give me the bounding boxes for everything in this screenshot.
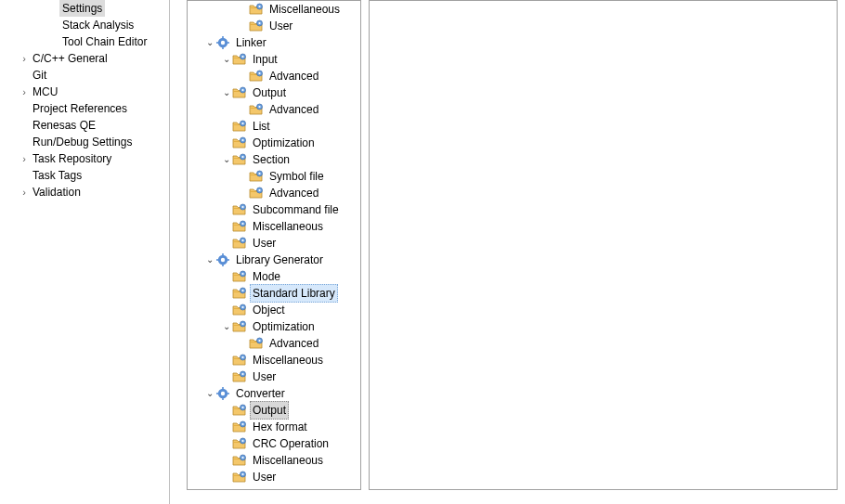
tree-item-label: Advanced — [266, 334, 321, 353]
tree-item[interactable]: ·Mode — [188, 268, 360, 285]
category-item[interactable]: ›C/C++ General — [0, 50, 169, 67]
category-item[interactable]: ·Project References — [0, 100, 169, 117]
no-arrow: · — [221, 302, 232, 318]
category-item[interactable]: ·Run/Debug Settings — [0, 134, 169, 150]
folder-icon — [249, 336, 264, 351]
category-item[interactable]: ›Validation — [0, 184, 169, 200]
category-item[interactable]: ›Task Repository — [0, 150, 169, 167]
tree-item-label: Input — [250, 50, 280, 69]
tree-item[interactable]: ⌄Section — [188, 151, 360, 168]
expand-arrow-icon: · — [48, 17, 59, 33]
no-arrow: · — [221, 402, 232, 419]
tree-item[interactable]: ·Hex format — [188, 419, 360, 435]
tree-item[interactable]: ·Advanced — [188, 68, 360, 84]
tree-item[interactable]: ·Standard Library — [188, 285, 360, 302]
folder-icon — [249, 19, 264, 33]
no-arrow: · — [221, 285, 232, 302]
collapse-arrow-icon[interactable]: ⌄ — [221, 151, 232, 168]
category-item[interactable]: ·Tool Chain Editor — [0, 33, 169, 50]
tree-item[interactable]: ⌄Linker — [188, 34, 360, 51]
category-label: Git — [30, 67, 49, 84]
collapse-arrow-icon[interactable]: ⌄ — [221, 84, 232, 101]
tree-item[interactable]: ⌄Input — [188, 51, 360, 68]
settings-right-area: ·Miscellaneous·User⌄Linker⌄Input·Advance… — [170, 0, 845, 504]
collapse-arrow-icon[interactable]: ⌄ — [204, 34, 215, 51]
tree-item-label: Hex format — [250, 418, 310, 436]
tree-item[interactable]: ·Object — [188, 302, 360, 318]
tree-item[interactable]: ·Symbol file — [188, 168, 360, 185]
collapse-arrow-icon[interactable]: ⌄ — [204, 252, 215, 268]
category-list: ·Settings·Stack Analysis·Tool Chain Edit… — [0, 0, 170, 504]
folder-icon — [232, 420, 247, 434]
folder-icon — [232, 453, 247, 468]
expand-arrow-icon: · — [19, 134, 30, 150]
tree-item[interactable]: ·User — [188, 18, 360, 34]
expand-arrow-icon: · — [48, 33, 59, 50]
no-arrow: · — [221, 352, 232, 368]
category-item[interactable]: ›MCU — [0, 84, 169, 100]
category-item[interactable]: ·Stack Analysis — [0, 17, 169, 33]
tree-item-label: Library Generator — [233, 251, 326, 269]
tree-item[interactable]: ·Advanced — [188, 185, 360, 201]
tree-item-label: Optimization — [250, 317, 318, 336]
folder-icon — [249, 169, 264, 184]
tree-item[interactable]: ·Subcommand file — [188, 201, 360, 218]
tree-item-label: List — [250, 117, 273, 136]
folder-icon — [249, 69, 264, 84]
tree-item[interactable]: ·User — [188, 469, 360, 485]
no-arrow: · — [221, 469, 232, 485]
tree-item-label: Output — [250, 401, 289, 420]
tree-item[interactable]: ·List — [188, 118, 360, 135]
tool-settings-tree: ·Miscellaneous·User⌄Linker⌄Input·Advance… — [187, 0, 361, 490]
tree-item[interactable]: ·Advanced — [188, 335, 360, 352]
folder-icon — [249, 102, 264, 117]
expand-arrow-icon[interactable]: › — [19, 50, 30, 67]
category-item[interactable]: ·Git — [0, 67, 169, 84]
tree-item-label: Optimization — [250, 134, 318, 152]
category-item[interactable]: ·Task Tags — [0, 167, 169, 184]
tree-item-label: Object — [250, 301, 288, 319]
tree-item-label: User — [250, 368, 279, 386]
tree-item-label: Output — [250, 84, 289, 102]
expand-arrow-icon[interactable]: › — [19, 150, 30, 167]
category-label: C/C++ General — [30, 50, 110, 67]
tree-item[interactable]: ·Miscellaneous — [188, 218, 360, 235]
tree-item[interactable]: ·Output — [188, 402, 360, 419]
tree-item[interactable]: ⌄Converter — [188, 385, 360, 402]
tree-item[interactable]: ·User — [188, 235, 360, 252]
no-arrow: · — [238, 335, 249, 352]
category-label: Settings — [59, 0, 105, 17]
collapse-arrow-icon[interactable]: ⌄ — [221, 51, 232, 68]
folder-icon — [249, 186, 264, 200]
tree-item-label: User — [250, 234, 279, 252]
tree-item[interactable]: ·Miscellaneous — [188, 452, 360, 469]
tree-item[interactable]: ·Advanced — [188, 101, 360, 118]
expand-arrow-icon[interactable]: › — [19, 84, 30, 100]
tree-item[interactable]: ·CRC Operation — [188, 435, 360, 452]
folder-icon — [232, 52, 247, 67]
folder-icon — [232, 269, 247, 284]
tree-item[interactable]: ·Miscellaneous — [188, 352, 360, 368]
tree-item[interactable]: ⌄Optimization — [188, 318, 360, 335]
collapse-arrow-icon[interactable]: ⌄ — [221, 318, 232, 335]
tree-item-label: Miscellaneous — [266, 0, 343, 19]
tree-item-label: Subcommand file — [250, 200, 342, 219]
tree-item-label: Advanced — [266, 67, 321, 85]
expand-arrow-icon[interactable]: › — [19, 184, 30, 200]
folder-icon — [232, 219, 247, 234]
tree-item[interactable]: ·Optimization — [188, 135, 360, 151]
no-arrow: · — [221, 368, 232, 385]
no-arrow: · — [221, 268, 232, 285]
category-item[interactable]: ·Settings — [0, 0, 169, 17]
tree-item[interactable]: ⌄Library Generator — [188, 252, 360, 268]
category-label: Stack Analysis — [59, 17, 136, 33]
tool-icon — [215, 252, 230, 267]
tree-item[interactable]: ·User — [188, 368, 360, 385]
tree-item[interactable]: ·Miscellaneous — [188, 1, 360, 18]
no-arrow: · — [238, 168, 249, 185]
collapse-arrow-icon[interactable]: ⌄ — [204, 385, 215, 402]
no-arrow: · — [238, 18, 249, 34]
tool-settings-properties — [369, 0, 838, 490]
category-item[interactable]: ·Renesas QE — [0, 117, 169, 134]
tree-item[interactable]: ⌄Output — [188, 84, 360, 101]
